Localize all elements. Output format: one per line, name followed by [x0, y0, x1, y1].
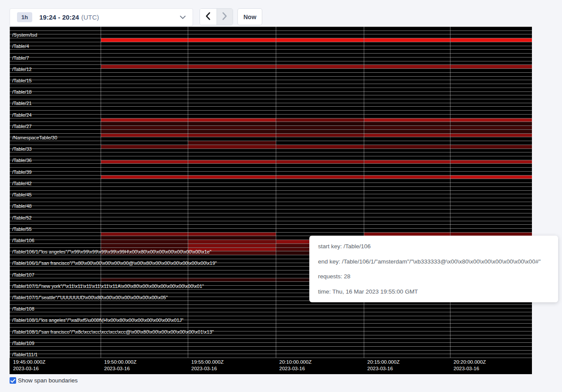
- h-gridline: [10, 149, 532, 149]
- heatmap-band-segment: [276, 176, 364, 179]
- h-gridline: [10, 358, 532, 358]
- heatmap-band-segment: [101, 160, 188, 164]
- heatmap-band-segment: [188, 236, 276, 240]
- heatmap-band-segment: [276, 145, 364, 149]
- heatmap-band-segment: [101, 65, 188, 68]
- heatmap-row-label: /Table/18: [12, 89, 32, 95]
- heatmap-band-segment: [276, 160, 364, 164]
- heatmap-band-segment: [450, 130, 532, 133]
- x-axis-label: 20:15:00.000Z2023-03-16: [367, 359, 399, 372]
- next-time-button[interactable]: [217, 9, 233, 25]
- tooltip-line: time: Thu, 16 Mar 2023 19:55:00 GMT: [318, 288, 549, 295]
- h-gridline: [10, 335, 532, 335]
- time-nav-button-group: [200, 8, 233, 25]
- h-gridline: [10, 179, 532, 179]
- heatmap-band-segment: [276, 126, 364, 129]
- chevron-left-icon: [206, 12, 210, 21]
- show-span-boundaries-checkbox[interactable]: [10, 377, 16, 384]
- heatmap-band-segment: [101, 236, 188, 240]
- heatmap-row-label: /Table/24: [12, 112, 32, 118]
- heatmap-row-label: /Table/45: [12, 192, 32, 198]
- heatmap-band-segment: [188, 126, 276, 129]
- heatmap-row-label: /Table/7: [12, 55, 29, 61]
- h-gridline: [10, 354, 532, 354]
- heatmap-row-label: /Table/108: [12, 306, 34, 312]
- h-gridline: [10, 30, 532, 31]
- h-gridline: [10, 84, 532, 84]
- heatmap-band-segment: [101, 118, 188, 122]
- h-gridline: [10, 38, 532, 38]
- prev-time-button[interactable]: [200, 9, 217, 25]
- heatmap-band-segment: [188, 122, 276, 125]
- heatmap-band-segment: [276, 134, 364, 137]
- h-gridline: [10, 49, 532, 50]
- x-axis-label: 20:10:00.000Z2023-03-16: [279, 359, 311, 372]
- heatmap-band-segment: [364, 145, 450, 149]
- heatmap-band-segment: [364, 38, 450, 42]
- heatmap-band-segment: [364, 160, 450, 164]
- h-gridline: [10, 190, 532, 191]
- h-gridline: [10, 327, 532, 328]
- heatmap-row-label: /Table/27: [12, 124, 32, 129]
- now-button[interactable]: Now: [237, 8, 262, 25]
- heatmap-band-segment: [276, 65, 364, 68]
- h-gridline: [10, 232, 532, 233]
- h-gridline: [10, 64, 532, 65]
- time-range-selector[interactable]: 1h 19:24 - 20:24 (UTC): [10, 8, 193, 26]
- heatmap-band-segment: [364, 122, 450, 125]
- h-gridline: [10, 156, 532, 156]
- h-gridline: [10, 91, 532, 92]
- heatmap-band-segment: [450, 118, 532, 122]
- heatmap-band-segment: [364, 118, 450, 122]
- h-gridline: [10, 122, 532, 122]
- heatmap-row-label: /Table/108/1/"san francisco"/"\x8c\xcc\x…: [12, 329, 214, 335]
- heatmap-row-label: /Table/36: [12, 158, 32, 163]
- heatmap-band-segment: [450, 38, 532, 42]
- h-gridline: [10, 145, 532, 145]
- time-range-label: 19:24 - 20:24: [39, 14, 79, 21]
- heatmap-band-segment: [101, 38, 188, 42]
- h-gridline: [10, 137, 532, 137]
- heatmap-band-segment: [276, 38, 364, 42]
- h-gridline: [10, 61, 532, 61]
- heatmap-band-segment: [450, 65, 532, 68]
- h-gridline: [10, 228, 532, 229]
- h-gridline: [10, 125, 532, 126]
- x-axis-label: 19:55:00.000Z2023-03-16: [191, 359, 223, 372]
- heatmap-band-segment: [450, 134, 532, 137]
- heatmap-row-label: /Table/109: [12, 341, 34, 346]
- h-gridline: [10, 42, 532, 42]
- h-gridline: [10, 338, 532, 339]
- h-gridline: [10, 323, 532, 324]
- heatmap-band-segment: [450, 160, 532, 164]
- h-gridline: [10, 213, 532, 213]
- heatmap-row-label: /Table/55: [12, 226, 32, 232]
- h-gridline: [10, 57, 532, 57]
- tooltip-line: start key: /Table/106: [318, 243, 549, 250]
- heatmap-row-label: /Table/106/1/"los angeles"/"\x99\x99\x99…: [12, 249, 211, 255]
- show-span-boundaries-control: Show span boundaries: [10, 377, 78, 384]
- checkmark-icon: [10, 377, 15, 385]
- h-gridline: [10, 103, 532, 103]
- heatmap-band-segment: [188, 176, 276, 179]
- heatmap-band-segment: [101, 122, 188, 125]
- heatmap-band-segment: [188, 145, 276, 149]
- heatmap-band-segment: [101, 244, 188, 247]
- heatmap-band-segment: [276, 130, 364, 133]
- h-gridline: [10, 194, 532, 194]
- heatmap-row-label: /Table/4: [12, 44, 29, 49]
- heatmap-band-segment: [101, 130, 188, 133]
- heatmap-band-segment: [101, 126, 188, 129]
- h-gridline: [10, 167, 532, 168]
- x-axis-label: 20:20:00.000Z2023-03-16: [454, 359, 486, 372]
- h-gridline: [10, 88, 532, 88]
- heatmap-row-label: /Table/52: [12, 215, 32, 221]
- h-gridline: [10, 206, 532, 206]
- heatmap-band-segment: [101, 176, 188, 179]
- h-gridline: [10, 152, 532, 152]
- heatmap-band-segment: [188, 118, 276, 122]
- h-gridline: [10, 350, 532, 351]
- tooltip-line: requests: 28: [318, 273, 549, 280]
- key-visualizer-heatmap[interactable]: /System/tsd/Table/4/Table/7/Table/12/Tab…: [10, 27, 532, 374]
- heatmap-row-label: /Table/106: [12, 238, 34, 243]
